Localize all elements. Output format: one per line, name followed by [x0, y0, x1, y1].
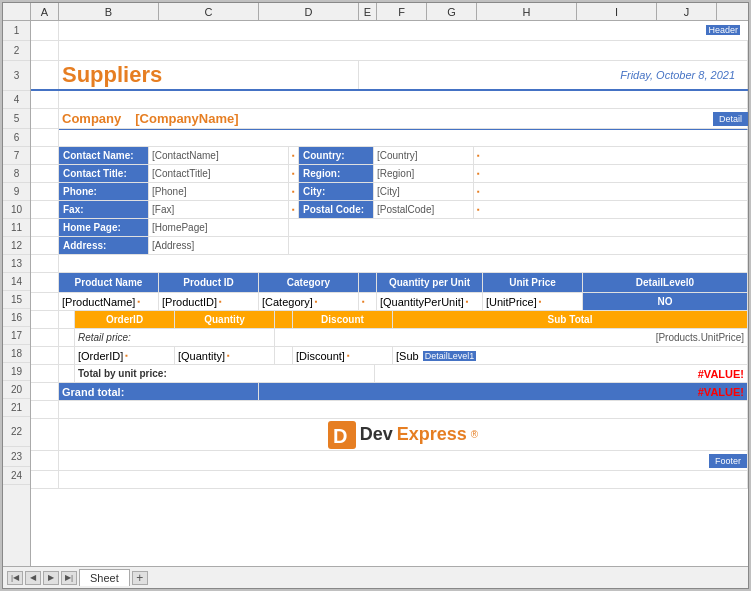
row-num-17: 17 — [3, 327, 30, 345]
r19-indent — [59, 365, 75, 382]
main-area: 1 2 3 4 5 6 7 8 9 10 11 12 13 14 15 16 1… — [3, 21, 748, 566]
row-12: Address: [Address] — [31, 237, 748, 255]
sub-col-order-id: OrderID — [75, 311, 175, 328]
col-unit-price: Unit Price — [483, 273, 583, 292]
dev-part: Dev — [360, 424, 393, 445]
sheet-tab[interactable]: Sheet — [79, 569, 130, 586]
r5-a — [31, 109, 59, 128]
r15-a — [31, 293, 59, 310]
row-num-1: 1 — [3, 21, 30, 41]
r13-a — [31, 255, 59, 272]
r11-a — [31, 219, 59, 236]
r17-indent — [59, 329, 75, 346]
r21-a — [31, 401, 59, 418]
r13-content — [59, 255, 748, 272]
r3-date: Friday, October 8, 2021 — [359, 61, 748, 89]
spreadsheet: A B C D E F G H I J 1 2 3 4 5 6 7 8 9 10… — [2, 2, 749, 589]
row-15: [ProductName] ▪ [ProductID] ▪ [Category]… — [31, 293, 748, 311]
orange-handle-cat: ▪ — [315, 297, 318, 306]
orange-handle-qty: ▪ — [466, 297, 469, 306]
r18-indent — [59, 347, 75, 364]
report-area: Header Suppliers Friday, Octob — [31, 21, 748, 566]
orange-handle-pn: ▪ — [137, 297, 140, 306]
header-band-tag: Header — [706, 23, 740, 35]
report-content: Header Suppliers Friday, Octob — [31, 21, 748, 489]
column-headers: A B C D E F G H I J — [3, 3, 748, 21]
devexpress-icon: D — [328, 421, 356, 449]
product-id-value: [ProductID] — [162, 296, 217, 308]
col-header-i: I — [577, 3, 657, 20]
row-num-18: 18 — [3, 345, 30, 363]
orange-handle-up: ▪ — [539, 297, 542, 306]
product-name-value: [ProductName] — [62, 296, 135, 308]
col-header-a: A — [31, 3, 59, 20]
sub-col-discount: Discount — [293, 311, 393, 328]
orange-handle-1: ▪ — [292, 151, 295, 160]
row-num-11: 11 — [3, 219, 30, 237]
tab-nav-prev[interactable]: ◀ — [25, 571, 41, 585]
contact-name-value: [ContactName] — [149, 147, 289, 164]
r3-title: Suppliers — [59, 61, 359, 89]
row-num-23: 23 — [3, 447, 30, 467]
row-17: Retail price: [Products.UnitPrice] — [31, 329, 748, 347]
row-11: Home Page: [HomePage] — [31, 219, 748, 237]
postal-label: Postal Code: — [299, 201, 374, 218]
r4-a — [31, 91, 59, 108]
r8-end: ▪ — [474, 165, 748, 182]
region-label: Region: — [299, 165, 374, 182]
corner-cell — [3, 3, 31, 20]
col-detail-level: DetailLevel0 — [583, 273, 748, 292]
row-10: Fax: [Fax] ▪ Postal Code: [PostalCode] ▪ — [31, 201, 748, 219]
r24-content — [59, 471, 748, 488]
company-label: Company — [62, 111, 121, 126]
row-num-4: 4 — [3, 91, 30, 109]
homepage-label: Home Page: — [59, 219, 149, 236]
r9-a — [31, 183, 59, 200]
report-title: Suppliers — [62, 62, 162, 88]
total-by-value: #VALUE! — [698, 368, 744, 380]
r1-a — [31, 21, 59, 40]
order-id-value: [OrderID] — [78, 350, 123, 362]
r17-retail-label: Retail price: — [75, 329, 275, 346]
row-num-9: 9 — [3, 183, 30, 201]
r14-a — [31, 273, 59, 292]
r2-a — [31, 41, 59, 60]
row-num-13: 13 — [3, 255, 30, 273]
row-5: Company [CompanyName] Detail — [31, 109, 748, 129]
col-qty-per-unit: Quantity per Unit — [377, 273, 483, 292]
row-num-10: 10 — [3, 201, 30, 219]
row-21 — [31, 401, 748, 419]
r22-a — [31, 419, 59, 450]
detail-tag-container: Detail — [713, 109, 748, 129]
r8-a — [31, 165, 59, 182]
r7-end: ▪ — [474, 147, 748, 164]
row-num-8: 8 — [3, 165, 30, 183]
detail-level1-tag: DetailLevel1 — [423, 351, 477, 361]
row-num-3: 3 — [3, 61, 30, 91]
col-product-name: Product Name — [59, 273, 159, 292]
tab-nav-next[interactable]: ▶ — [43, 571, 59, 585]
row-7: Contact Name: [ContactName] ▪ Country: [… — [31, 147, 748, 165]
row-6 — [31, 129, 748, 147]
report-date: Friday, October 8, 2021 — [620, 69, 735, 81]
r19-total-value: #VALUE! — [375, 365, 748, 382]
reg-mark-display: ® — [471, 429, 478, 440]
r18-discount: [Discount] ▪ — [293, 347, 393, 364]
r20-grand-value: #VALUE! — [259, 383, 748, 400]
add-sheet-button[interactable]: + — [132, 571, 148, 585]
r15-unit-price: [UnitPrice] ▪ — [483, 293, 583, 310]
r24-a — [31, 471, 59, 488]
r15-product-id: [ProductID] ▪ — [159, 293, 259, 310]
footer-tag-container: Footer — [709, 451, 747, 470]
phone-value: [Phone] — [149, 183, 289, 200]
grand-total-label: Grand total: — [62, 386, 124, 398]
r17-retail-value: [Products.UnitPrice] — [275, 329, 748, 346]
express-part: Express — [397, 424, 467, 445]
tab-nav-last[interactable]: ▶| — [61, 571, 77, 585]
r19-a — [31, 365, 59, 382]
tab-nav-first[interactable]: |◀ — [7, 571, 23, 585]
col-header-b: B — [59, 3, 159, 20]
col-header-h: H — [477, 3, 577, 20]
orange-handle-7: ▪ — [292, 205, 295, 214]
svg-text:D: D — [333, 425, 347, 447]
